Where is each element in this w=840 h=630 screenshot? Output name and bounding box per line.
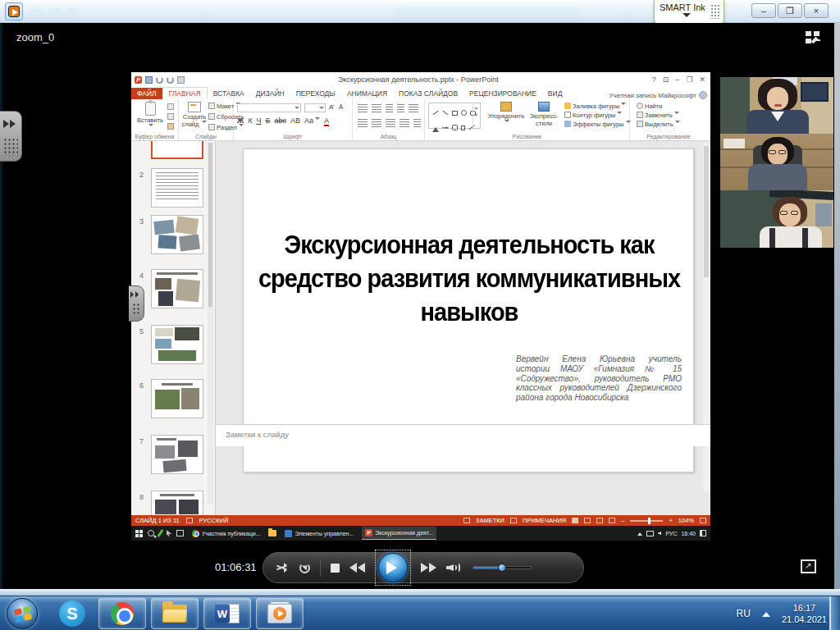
taskbar-window-2[interactable]: Элементы управлен... <box>281 527 357 540</box>
explorer-icon[interactable] <box>268 530 276 536</box>
columns-icon[interactable] <box>413 119 421 127</box>
thumbnail-scrollbar[interactable] <box>208 143 213 504</box>
slide-thumbnail-3[interactable] <box>151 215 203 254</box>
slide-thumbnail-2[interactable] <box>151 168 203 208</box>
fast-forward-button[interactable] <box>421 563 436 573</box>
arrange-button[interactable]: Упорядочить <box>487 102 525 127</box>
ppt-minimize-icon[interactable]: – <box>675 75 679 84</box>
ppt-restore-icon[interactable]: ❐ <box>686 75 692 84</box>
fullscreen-icon[interactable]: ↗ <box>801 559 816 573</box>
slide-subtitle[interactable]: Вервейн Елена Юрьевна учитель истории МА… <box>516 354 682 403</box>
char-spacing-button[interactable]: АВ <box>290 116 300 125</box>
spellcheck-icon[interactable] <box>186 518 193 523</box>
taskbar-word-button[interactable]: W <box>203 598 251 629</box>
slide-title[interactable]: Экскурсионная деятельность как средство … <box>250 227 688 328</box>
smart-toolbar-tab[interactable] <box>0 111 22 162</box>
fit-slide-icon[interactable] <box>700 518 706 523</box>
restore-button[interactable]: ❐ <box>778 3 802 18</box>
increase-indent-icon[interactable] <box>397 104 404 112</box>
select-button[interactable]: Выделить <box>637 121 680 128</box>
comments-toggle[interactable]: ПРИМЕЧАНИЯ <box>523 517 566 524</box>
quick-styles-button[interactable]: Экспресс-стили <box>527 102 561 127</box>
strike-button[interactable]: S <box>265 116 270 125</box>
slide-thumbnail-1[interactable] <box>151 141 203 159</box>
start-icon[interactable] <box>135 530 143 537</box>
zoom-in-icon[interactable]: + <box>669 517 672 524</box>
find-button[interactable]: Найти <box>637 103 680 110</box>
slide-thumbnail-5[interactable] <box>151 325 203 364</box>
shadow-button[interactable]: abc <box>274 116 286 125</box>
minimize-button[interactable]: – <box>751 3 776 18</box>
taskbar-chrome-window[interactable]: Участник публикаци... <box>189 527 263 540</box>
new-slide-button[interactable]: Создать слайд <box>181 102 208 128</box>
decrease-indent-icon[interactable] <box>386 104 393 112</box>
clock[interactable]: 16:17 21.04.2021 <box>782 602 827 625</box>
recorded-language[interactable]: РУС <box>665 531 677 536</box>
action-center-icon[interactable] <box>700 530 706 536</box>
align-center-icon[interactable] <box>372 119 381 127</box>
copy-button[interactable] <box>167 113 176 121</box>
hidden-icons-chevron[interactable] <box>762 608 770 617</box>
tab-slideshow[interactable]: ПОКАЗ СЛАЙДОВ <box>393 88 463 99</box>
bullets-icon[interactable] <box>358 104 368 112</box>
tab-file[interactable]: ФАЙЛ <box>131 88 162 99</box>
taskbar-chrome-button[interactable] <box>98 598 146 629</box>
volume-icon[interactable] <box>658 532 661 536</box>
normal-view-icon[interactable] <box>572 518 578 523</box>
gallery-view-icon[interactable] <box>806 31 825 48</box>
tab-review[interactable]: РЕЦЕНЗИРОВАНИЕ <box>463 88 542 99</box>
font-size-combo[interactable] <box>304 103 326 112</box>
close-button[interactable]: × <box>804 3 829 18</box>
shape-fill-button[interactable]: Заливка фигуры <box>564 103 631 110</box>
slide-thumbnail-7[interactable] <box>151 435 203 474</box>
tab-view[interactable]: ВИД <box>542 88 568 99</box>
start-slideshow-icon[interactable] <box>177 76 185 84</box>
notes-pane[interactable]: Заметки к слайду <box>216 424 710 446</box>
play-button[interactable] <box>378 553 408 582</box>
smart-page-tab[interactable] <box>129 285 144 322</box>
tab-design[interactable]: ДИЗАЙН <box>250 88 290 99</box>
account-menu[interactable]: Учетная запись Майкрософт <box>609 91 710 99</box>
font-color-button[interactable]: А <box>324 116 329 126</box>
shuffle-icon[interactable] <box>276 563 290 573</box>
grow-font-button[interactable]: А̂ <box>329 103 333 111</box>
language-label[interactable]: РУССКИЙ <box>199 517 229 524</box>
cut-button[interactable] <box>167 103 176 111</box>
ink-app-icon[interactable] <box>157 529 163 537</box>
ppt-close-icon[interactable]: ✕ <box>699 75 705 84</box>
underline-button[interactable]: Ч <box>256 116 261 125</box>
taskbar-powerpoint-window[interactable]: P Экскурсионная деят... <box>362 527 436 540</box>
font-name-combo[interactable] <box>237 103 301 112</box>
tab-transitions[interactable]: ПЕРЕХОДЫ <box>290 88 341 99</box>
volume-knob[interactable] <box>498 564 506 572</box>
save-icon[interactable] <box>145 76 153 84</box>
volume-slider[interactable] <box>472 566 532 569</box>
shrink-font-button[interactable]: А̌ <box>339 103 343 111</box>
show-desktop-button[interactable] <box>829 596 840 630</box>
zoom-slider[interactable] <box>630 520 663 522</box>
desktop-app-icon[interactable] <box>176 530 184 536</box>
slide-sorter-icon[interactable] <box>584 518 591 523</box>
slide-thumbnail-8[interactable] <box>151 491 203 515</box>
comments-toggle-icon[interactable] <box>510 518 517 523</box>
pointer-app-icon[interactable] <box>167 530 171 536</box>
tray-chevron-icon[interactable] <box>637 530 642 536</box>
language-indicator[interactable]: RU <box>737 608 751 619</box>
search-icon[interactable] <box>148 530 154 536</box>
app-icon[interactable] <box>5 2 23 21</box>
justify-icon[interactable] <box>399 119 409 127</box>
start-button[interactable] <box>7 598 38 629</box>
zoom-level[interactable]: 104% <box>678 517 694 524</box>
slideshow-icon[interactable] <box>609 518 615 523</box>
notes-toggle[interactable]: ЗАМЕТКИ <box>476 517 504 524</box>
skype-icon[interactable]: S <box>59 600 85 627</box>
help-icon[interactable]: ? <box>652 75 656 84</box>
tab-animations[interactable]: АНИМАЦИЯ <box>341 88 393 99</box>
change-case-button[interactable]: Aa <box>304 116 320 125</box>
zoom-out-icon[interactable]: – <box>621 517 624 524</box>
repeat-icon[interactable] <box>299 563 310 573</box>
tab-insert[interactable]: ВСТАВКА <box>208 88 250 99</box>
slide-thumbnail-6[interactable] <box>151 379 203 418</box>
line-spacing-icon[interactable] <box>409 104 418 112</box>
replace-button[interactable]: Заменить <box>637 112 680 119</box>
